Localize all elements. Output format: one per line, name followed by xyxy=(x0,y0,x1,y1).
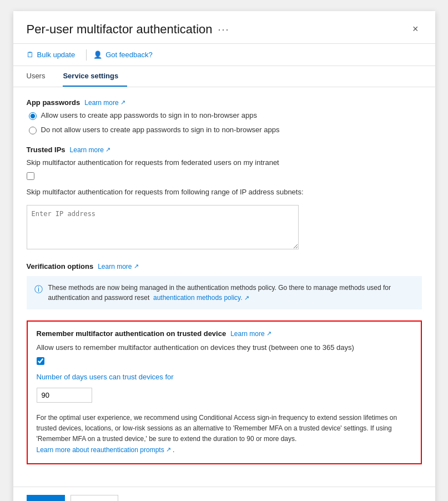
main-panel: Per-user multifactor authentication ··· … xyxy=(13,11,435,501)
bulk-update-button[interactable]: 🗒 Bulk update xyxy=(27,48,80,61)
app-passwords-heading: App passwords Learn more ↗ xyxy=(27,98,422,107)
skip-federated-checkbox[interactable] xyxy=(27,172,34,180)
app-passwords-option2[interactable]: Do not allow users to create app passwor… xyxy=(29,126,422,134)
save-button[interactable]: Save xyxy=(27,495,66,501)
tabs-bar: Users Service settings xyxy=(13,66,435,87)
trusted-ips-external-link-icon: ↗ xyxy=(105,146,110,153)
bulk-update-label: Bulk update xyxy=(37,51,75,59)
remember-mfa-checkbox-item[interactable] xyxy=(37,356,412,365)
panel-title: Per-user multifactor authentication xyxy=(27,22,213,37)
verification-info-box: ⓘ These methods are now being managed in… xyxy=(27,276,422,309)
ip-address-input[interactable] xyxy=(27,205,299,249)
remember-mfa-external-link-icon: ↗ xyxy=(266,330,271,337)
got-feedback-button[interactable]: 👤 Got feedback? xyxy=(93,48,157,61)
trusted-ips-learn-more-link[interactable]: Learn more ↗ xyxy=(70,146,110,154)
app-passwords-radio2[interactable] xyxy=(29,127,37,134)
days-label-area: Number of days users can trust devices f… xyxy=(37,373,412,408)
app-passwords-radio-group: Allow users to create app passwords to s… xyxy=(29,111,422,134)
app-passwords-learn-more-link[interactable]: Learn more ↗ xyxy=(84,99,125,107)
title-area: Per-user multifactor authentication ··· xyxy=(27,22,230,37)
verification-info-text: These methods are now being managed in t… xyxy=(48,283,414,303)
remember-mfa-learn-more-link[interactable]: Learn more ↗ xyxy=(230,330,271,338)
remember-mfa-heading: Remember multifactor authentication on t… xyxy=(37,329,412,338)
close-button[interactable]: × xyxy=(409,22,422,36)
more-options-icon[interactable]: ··· xyxy=(218,24,230,36)
trusted-ips-section: Trusted IPs Learn more ↗ Skip multifacto… xyxy=(27,146,422,251)
days-label: Number of days users can trust devices f… xyxy=(37,373,412,381)
panel-header: Per-user multifactor authentication ··· … xyxy=(13,11,435,44)
days-input[interactable] xyxy=(37,388,92,403)
app-passwords-option1[interactable]: Allow users to create app passwords to s… xyxy=(29,111,422,120)
app-passwords-radio1[interactable] xyxy=(29,112,37,120)
verification-options-heading: Verification options Learn more ↗ xyxy=(27,262,422,270)
discard-button[interactable]: Discard xyxy=(71,495,118,501)
toolbar-divider xyxy=(86,49,87,61)
verification-external-link-icon: ↗ xyxy=(134,263,139,270)
got-feedback-label: Got feedback? xyxy=(105,51,153,59)
auth-policy-link[interactable]: authentication methods policy. ↗ xyxy=(153,293,249,303)
info-circle-icon: ⓘ xyxy=(34,283,43,303)
tab-service-settings[interactable]: Service settings xyxy=(63,66,127,87)
remember-mfa-section: Remember multifactor authentication on t… xyxy=(27,320,422,464)
app-passwords-section: App passwords Learn more ↗ Allow users t… xyxy=(27,98,422,134)
verification-options-section: Verification options Learn more ↗ ⓘ Thes… xyxy=(27,262,422,309)
content-area: App passwords Learn more ↗ Allow users t… xyxy=(13,87,435,487)
skip-federated-checkbox-item[interactable] xyxy=(27,171,422,180)
bulk-update-icon: 🗒 xyxy=(27,51,34,59)
reauth-link[interactable]: Learn more about reauthentication prompt… xyxy=(37,445,171,455)
remember-mfa-checkbox[interactable] xyxy=(37,357,44,365)
advisory-text: For the optimal user experience, we reco… xyxy=(37,413,412,455)
trusted-ips-heading: Trusted IPs Learn more ↗ xyxy=(27,146,422,154)
feedback-icon: 👤 xyxy=(93,51,102,59)
policy-external-link-icon: ↗ xyxy=(244,293,249,303)
footer: Save Discard xyxy=(13,487,435,501)
skip-federated-label: Skip multifactor authentication for requ… xyxy=(27,158,422,167)
tab-users[interactable]: Users xyxy=(27,66,54,87)
skip-ip-label: Skip multifactor authentication for requ… xyxy=(27,188,422,196)
toolbar: 🗒 Bulk update 👤 Got feedback? xyxy=(13,44,435,66)
verification-learn-more-link[interactable]: Learn more ↗ xyxy=(98,263,138,270)
remember-mfa-allow-label: Allow users to remember multifactor auth… xyxy=(37,343,412,352)
reauth-external-link-icon: ↗ xyxy=(166,445,171,455)
external-link-icon: ↗ xyxy=(120,99,125,106)
